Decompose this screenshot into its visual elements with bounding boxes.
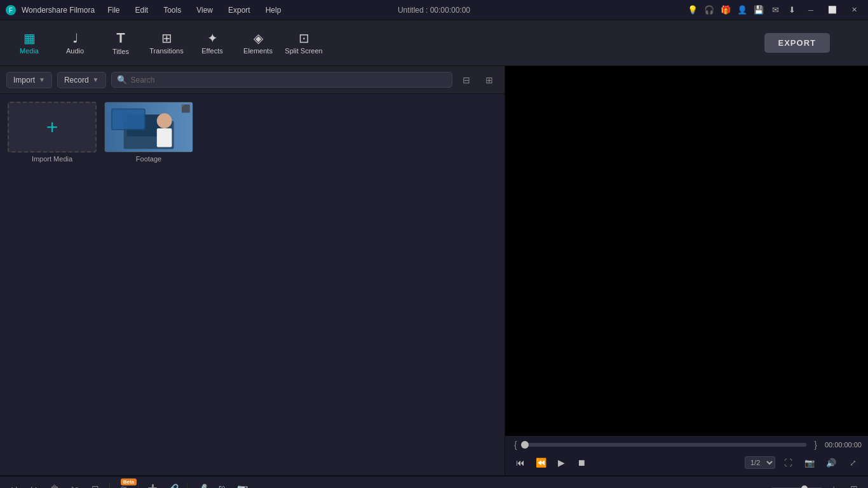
title-bar-menus: File Edit Tools View Export Help (105, 4, 283, 16)
effects-label: Effects (201, 47, 222, 55)
headset-icon[interactable]: 🎧 (703, 4, 715, 17)
title-bar: F Wondershare Filmora File Edit Tools Vi… (0, 0, 868, 20)
media-grid: + Import Media (0, 94, 505, 475)
toolbar-effects[interactable]: ✦ Effects (191, 24, 234, 62)
maximize-button[interactable]: ⬜ (824, 3, 841, 17)
split-screen-label: Split Screen (285, 47, 322, 55)
search-icon: 🔍 (117, 75, 127, 85)
account-icon[interactable]: 👤 (736, 4, 749, 17)
playback-controls: ⏮ ⏪ ▶ ⏹ 1/2 1/4 Full ⛶ 📷 🔊 ⤢ (512, 454, 862, 471)
menu-view[interactable]: View (194, 4, 215, 16)
search-box[interactable]: 🔍 (111, 72, 452, 88)
fullscreen-preview-button[interactable]: ⛶ (779, 454, 797, 471)
toolbar-audio[interactable]: ♩ Audio (53, 24, 97, 62)
titles-label: Titles (112, 48, 129, 55)
elements-icon: ◈ (254, 32, 263, 44)
menu-help[interactable]: Help (263, 4, 284, 16)
toolbar-titles[interactable]: T Titles (99, 24, 142, 62)
playback-right: 1/2 1/4 Full ⛶ 📷 🔊 ⤢ (745, 454, 862, 471)
transitions-label: Transitions (149, 47, 183, 55)
toolbar-media[interactable]: ▦ Media (8, 24, 51, 62)
progress-bar[interactable] (525, 443, 807, 447)
menu-file[interactable]: File (105, 4, 122, 16)
title-bar-left: F Wondershare Filmora File Edit Tools Vi… (5, 4, 283, 16)
zoom-out-button[interactable]: − (751, 480, 769, 489)
footage-type-icon: ⬛ (181, 104, 191, 113)
import-label: Import (13, 76, 35, 85)
mic-button[interactable]: 🎤 (193, 480, 210, 489)
footage-item[interactable]: ⬛ Footage (104, 102, 193, 163)
zoom-fit-button[interactable]: ⊞ (845, 480, 863, 489)
quality-select[interactable]: 1/2 1/4 Full (745, 456, 775, 469)
audio-icon: ♩ (72, 32, 78, 44)
transitions-icon: ⊞ (161, 32, 172, 44)
svg-rect-10 (152, 484, 154, 489)
delete-button[interactable]: 🗑 (46, 480, 64, 489)
elements-label: Elements (243, 47, 273, 55)
audio-wave-button[interactable]: ≋ Beta (115, 480, 133, 489)
record-dropdown[interactable]: Record ▼ (57, 72, 106, 88)
frame-back-button[interactable]: ⏪ (532, 454, 550, 471)
titles-icon: T (116, 31, 125, 45)
export-button[interactable]: EXPORT (764, 33, 830, 53)
snapshot-tl-button[interactable]: 📷 (233, 480, 251, 489)
menu-export[interactable]: Export (226, 4, 253, 16)
svg-point-5 (157, 113, 172, 128)
in-point-button[interactable]: { (512, 440, 520, 450)
add-track-button[interactable] (144, 480, 161, 489)
filter-icon[interactable]: ⊟ (458, 71, 475, 89)
title-bar-right: 💡 🎧 🎁 👤 💾 ✉ ⬇ ─ ⬜ ✕ (686, 3, 863, 17)
zoom-handle[interactable] (801, 485, 808, 489)
search-input[interactable] (131, 76, 447, 85)
toolbar-elements[interactable]: ◈ Elements (236, 24, 280, 62)
snapshot-button[interactable]: 📷 (801, 454, 818, 471)
cut-button[interactable]: ✂ (66, 480, 84, 489)
audio-label: Audio (66, 47, 84, 55)
grid-view-icon[interactable]: ⊞ (480, 71, 498, 89)
close-button[interactable]: ✕ (845, 3, 863, 17)
out-point-button[interactable]: } (811, 440, 820, 450)
bulb-icon[interactable]: 💡 (686, 4, 699, 17)
step-back-button[interactable]: ⏮ (512, 454, 529, 471)
app-logo: F (5, 4, 17, 16)
crop-button[interactable]: ⊟ (86, 480, 104, 489)
media-icon: ▦ (24, 32, 36, 44)
play-button[interactable]: ▶ (552, 454, 570, 471)
audio-duck-button[interactable]: 🔉 (213, 480, 231, 489)
record-label: Record (64, 76, 89, 85)
main-area: Import ▼ Record ▼ 🔍 ⊟ ⊞ + Import Media (0, 66, 868, 475)
preview-screen (505, 66, 868, 436)
fullscreen-button[interactable]: ⤢ (844, 454, 862, 471)
record-arrow: ▼ (93, 76, 99, 83)
import-placeholder[interactable]: + (8, 102, 97, 152)
left-panel: Import ▼ Record ▼ 🔍 ⊟ ⊞ + Import Media (0, 66, 505, 475)
zoom-in-button[interactable]: + (825, 480, 843, 489)
download-icon[interactable]: ⬇ (785, 4, 798, 17)
svg-rect-8 (112, 109, 144, 129)
stop-button[interactable]: ⏹ (573, 454, 590, 471)
minimize-button[interactable]: ─ (802, 3, 820, 17)
toolbar-split-screen[interactable]: ⊡ Split Screen (282, 24, 325, 62)
menu-edit[interactable]: Edit (133, 4, 151, 16)
toolbar: ▦ Media ♩ Audio T Titles ⊞ Transitions ✦… (0, 20, 868, 66)
import-dropdown[interactable]: Import ▼ (6, 72, 52, 88)
save-cloud-icon[interactable]: 💾 (752, 4, 765, 17)
toolbar-transitions[interactable]: ⊞ Transitions (145, 24, 188, 62)
menu-tools[interactable]: Tools (161, 4, 184, 16)
import-arrow: ▼ (39, 76, 45, 83)
link-button[interactable]: 🔗 (164, 480, 182, 489)
app-name: Wondershare Filmora (22, 6, 95, 15)
timeline-toolbar: ↩ ↪ 🗑 ✂ ⊟ ≋ Beta 🔗 🎤 🔉 📷 − + ⊞ (0, 477, 868, 488)
svg-text:F: F (9, 7, 13, 14)
beta-badge: Beta (121, 478, 137, 485)
undo-button[interactable]: ↩ (5, 480, 23, 489)
effects-icon: ✦ (207, 32, 218, 44)
redo-button[interactable]: ↪ (25, 480, 43, 489)
volume-button[interactable]: 🔊 (822, 454, 840, 471)
progress-handle[interactable] (521, 441, 529, 449)
window-title: Untitled : 00:00:00:00 (398, 6, 470, 15)
mail-icon[interactable]: ✉ (769, 4, 782, 17)
import-media-item[interactable]: + Import Media (8, 102, 97, 163)
preview-controls: { } 00:00:00:00 ⏮ ⏪ ▶ ⏹ 1/2 1/4 Ful (505, 436, 868, 475)
gift-icon[interactable]: 🎁 (719, 4, 732, 17)
